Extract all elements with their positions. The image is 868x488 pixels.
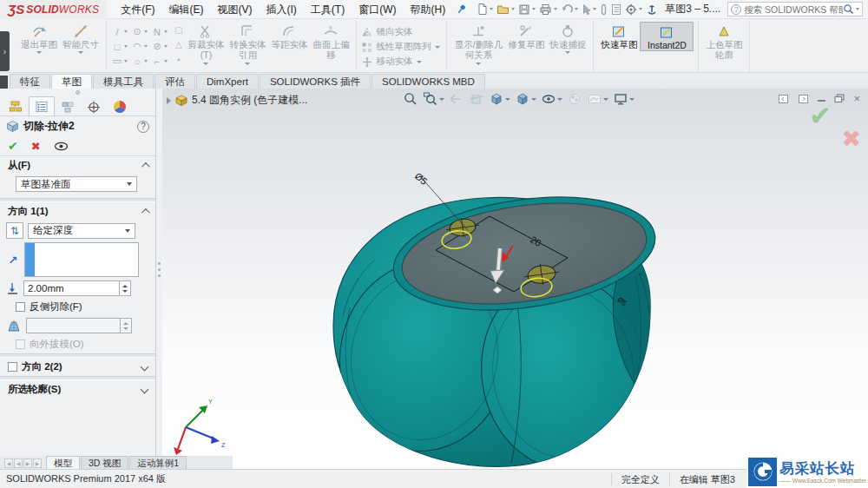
tab-overflow-icon[interactable]: [0, 76, 8, 89]
tab-property-manager[interactable]: [29, 96, 55, 115]
section-selected-contours[interactable]: 所选轮廓(S): [0, 380, 155, 399]
tab-appearances[interactable]: [107, 96, 133, 115]
view-settings-icon[interactable]: [612, 90, 635, 108]
draft-icon[interactable]: [6, 319, 22, 333]
convert-entities-button[interactable]: 转换实体引用: [227, 22, 268, 65]
apply-scene-caret-icon[interactable]: [603, 98, 608, 101]
apply-scene-icon[interactable]: [586, 90, 609, 108]
section-from[interactable]: 从(F): [0, 156, 155, 175]
save-icon[interactable]: [516, 2, 537, 17]
expand-icon[interactable]: [141, 363, 149, 372]
preview-eye-icon[interactable]: [54, 142, 69, 151]
exit-sketch-button[interactable]: 退出草图: [18, 22, 60, 54]
tab-dimxpert-manager[interactable]: [81, 96, 107, 115]
tab-features[interactable]: 特征: [10, 74, 50, 89]
panel-splitter[interactable]: [156, 89, 162, 469]
zoom-area-caret-icon[interactable]: [439, 98, 444, 101]
line-tool-icon[interactable]: /: [111, 27, 123, 37]
quick-snaps-caret-icon[interactable]: [565, 51, 570, 54]
section-direction2[interactable]: 方向 2(2): [0, 358, 155, 376]
move-entities-caret-icon[interactable]: [417, 61, 422, 63]
direction2-checkbox[interactable]: [8, 362, 17, 372]
surface-offset-button[interactable]: 曲面上偏移: [310, 22, 352, 61]
draft-outward-checkbox[interactable]: [16, 340, 25, 349]
view-orientation-caret-icon[interactable]: [505, 98, 510, 101]
menu-help[interactable]: 帮助(H): [404, 0, 453, 19]
tab-dimxpert[interactable]: DimXpert: [196, 74, 259, 89]
expand-icon[interactable]: [141, 386, 149, 394]
circle-tool-icon[interactable]: ⊙: [131, 26, 143, 37]
menu-insert[interactable]: 插入(I): [260, 0, 304, 19]
shaded-contours-button[interactable]: 上色草图轮廓: [703, 22, 745, 61]
search-box[interactable]: ?: [727, 2, 863, 16]
mirror-entities-button[interactable]: 镜向实体: [361, 26, 440, 38]
depth-spinner[interactable]: 2.00mm: [23, 280, 131, 296]
confirm-cancel-button[interactable]: ✖: [841, 125, 861, 153]
flyout-expand-icon[interactable]: ›: [0, 31, 10, 71]
fillet-tool-icon[interactable]: ⌐: [151, 56, 163, 67]
convert-caret-icon[interactable]: [245, 63, 250, 65]
tab-motion-study[interactable]: 运动算例1: [129, 456, 187, 469]
rectangle-tool-caret-icon[interactable]: [124, 45, 128, 48]
panel-help-button[interactable]: ?: [137, 121, 149, 133]
edit-appearance-icon[interactable]: [566, 90, 583, 108]
tab-configurations[interactable]: [55, 96, 81, 115]
tab-3d-views[interactable]: 3D 视图: [81, 456, 128, 469]
ok-button[interactable]: ✔: [8, 139, 18, 153]
rectangle-tool-icon[interactable]: □: [111, 42, 123, 52]
hide-show-items-icon[interactable]: [540, 90, 563, 108]
flip-side-row[interactable]: 反侧切除(F): [0, 298, 155, 316]
fillet-tool-caret-icon[interactable]: [164, 60, 168, 63]
plane-tool-icon[interactable]: ▢: [174, 25, 182, 35]
print-icon[interactable]: [537, 2, 559, 17]
point-tool-icon[interactable]: △: [174, 40, 182, 49]
offset-entities-button[interactable]: 等距实体: [268, 22, 310, 49]
ellipse-tool-caret-icon[interactable]: [164, 45, 168, 48]
smart-dimension-button[interactable]: 智能尺寸: [60, 22, 102, 54]
tab-addins[interactable]: SOLIDWORKS 插件: [260, 74, 371, 89]
hide-show-caret-icon[interactable]: [557, 98, 562, 101]
trim-caret-icon[interactable]: [203, 63, 208, 65]
display-style-caret-icon[interactable]: [531, 98, 536, 101]
pin-toolbar-icon[interactable]: [457, 3, 467, 15]
menu-file[interactable]: 文件(F): [114, 0, 161, 19]
tab-mold-tools[interactable]: 模具工具: [93, 74, 154, 89]
search-caret-icon[interactable]: [856, 8, 859, 10]
search-icon[interactable]: [843, 3, 854, 15]
relations-caret-icon[interactable]: [476, 63, 481, 65]
line-tool-caret-icon[interactable]: [124, 30, 128, 33]
collapse-icon[interactable]: [141, 208, 150, 217]
polygon-tool-icon[interactable]: ○: [131, 56, 143, 67]
last-tab-button[interactable]: ▶: [33, 458, 42, 468]
collapse-icon[interactable]: [141, 162, 150, 171]
zoom-area-icon[interactable]: [422, 90, 445, 108]
open-icon[interactable]: [495, 2, 516, 17]
rapid-sketch-button[interactable]: 快速草图: [598, 22, 640, 49]
prev-tab-button[interactable]: ◀: [14, 458, 23, 468]
doc-restore-button[interactable]: [834, 94, 845, 103]
rebuild-icon[interactable]: [644, 2, 660, 17]
flip-side-checkbox[interactable]: [16, 302, 25, 312]
doc-close-button[interactable]: ×: [853, 93, 860, 104]
first-tab-button[interactable]: ◀: [4, 458, 13, 468]
spline-tool-icon[interactable]: N: [151, 27, 163, 37]
list-icon[interactable]: [609, 2, 623, 17]
smart-dimension-caret-icon[interactable]: [78, 51, 83, 54]
draft-angle-spinner[interactable]: [26, 318, 132, 333]
slot-tool-icon[interactable]: ▭: [111, 56, 123, 67]
panel-grip[interactable]: [0, 89, 155, 96]
next-document-icon[interactable]: [798, 94, 809, 104]
end-condition-dropdown[interactable]: 给定深度: [28, 223, 135, 239]
arc-tool-caret-icon[interactable]: [144, 45, 148, 48]
select-icon[interactable]: [580, 2, 598, 17]
spline-tool-caret-icon[interactable]: [164, 30, 168, 33]
ellipse-tool-icon[interactable]: ⊘: [151, 41, 163, 52]
next-tab-button[interactable]: ▶: [23, 458, 32, 468]
previous-view-icon[interactable]: [448, 90, 465, 108]
spinner-arrows[interactable]: [119, 281, 130, 295]
menu-window[interactable]: 窗口(W): [352, 0, 403, 19]
trim-entities-button[interactable]: 剪裁实体(T): [185, 22, 227, 65]
options-gear-icon[interactable]: [623, 2, 644, 17]
new-document-icon[interactable]: [475, 2, 495, 17]
tab-feature-manager[interactable]: [3, 96, 29, 115]
